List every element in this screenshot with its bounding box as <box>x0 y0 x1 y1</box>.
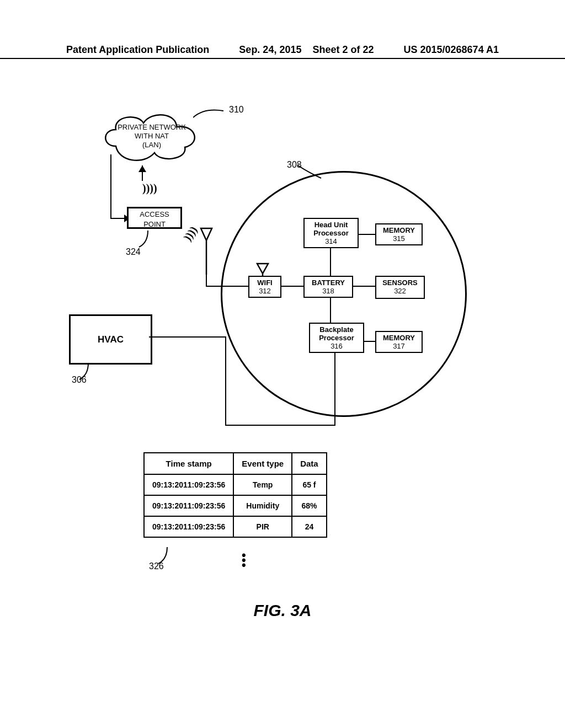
connector <box>225 336 226 425</box>
connector <box>353 286 375 287</box>
ap-ref: 324 <box>126 247 141 257</box>
connector <box>225 425 335 426</box>
cloud-ref-leader <box>193 108 226 121</box>
hu-l1: Head Unit <box>315 221 348 229</box>
memory-315-block: MEMORY 315 <box>375 223 423 245</box>
cloud-ref: 310 <box>229 105 244 115</box>
table-row: 09:13:2011:09:23:56 PIR 24 <box>144 516 327 537</box>
connector <box>149 336 226 338</box>
connector <box>334 353 335 426</box>
table-row: 09:13:2011:09:23:56 Humidity 68% <box>144 495 327 516</box>
hu-l3: 314 <box>325 237 337 245</box>
hvac-ref: 306 <box>72 375 87 385</box>
mem2-l2: 317 <box>393 342 405 350</box>
hvac-label: HVAC <box>98 334 124 345</box>
header-publication: Patent Application Publication <box>66 44 209 56</box>
cloud-private-network: PRIVATE NETWORK WITH NAT (LAN) <box>99 108 204 168</box>
cell: 09:13:2011:09:23:56 <box>144 474 233 495</box>
bp-l3: 316 <box>331 342 343 350</box>
bp-l1: Backplate <box>319 325 353 334</box>
cell: PIR <box>233 516 292 537</box>
header-sheet: Sheet 2 of 22 <box>312 44 374 55</box>
ap-line1: ACCESS <box>140 210 169 218</box>
connector <box>206 286 248 287</box>
arrow-icon <box>138 165 146 172</box>
sensors-l2: 322 <box>394 287 406 295</box>
ap-antenna-icon <box>128 181 141 208</box>
wifi-block: WIFI 312 <box>248 276 281 298</box>
connector <box>206 275 207 287</box>
circle-ref-leader <box>298 163 326 179</box>
mem1-l1: MEMORY <box>383 226 415 234</box>
th-eventtype: Event type <box>233 453 292 474</box>
hu-l2: Processor <box>313 229 349 237</box>
th-timestamp: Time stamp <box>144 453 233 474</box>
battery-block: BATTERY 318 <box>303 276 353 298</box>
ap-ref-leader <box>138 231 154 249</box>
table-row: 09:13:2011:09:23:56 Temp 65 f <box>144 474 327 495</box>
table-header-row: Time stamp Event type Data <box>144 453 327 474</box>
cloud-line2: WITH NAT <box>135 132 169 140</box>
sensors-block: SENSORS 322 <box>375 276 425 299</box>
cell: 68% <box>292 495 327 516</box>
mem1-l2: 315 <box>393 234 405 243</box>
connector <box>281 286 303 287</box>
header-date: Sep. 24, 2015 <box>239 44 301 55</box>
cell: 65 f <box>292 474 327 495</box>
figure-diagram: PRIVATE NETWORK WITH NAT (LAN) 310 )))) … <box>0 99 565 596</box>
cell: 09:13:2011:09:23:56 <box>144 516 233 537</box>
cell: 24 <box>292 516 327 537</box>
connector <box>364 341 375 342</box>
mem2-l1: MEMORY <box>383 334 415 342</box>
connector <box>110 154 111 218</box>
header-pubno: US 2015/0268674 A1 <box>404 44 499 56</box>
wifi-l2: 312 <box>259 287 271 295</box>
backplate-processor-block: Backplate Processor 316 <box>309 323 364 353</box>
connector <box>330 248 331 276</box>
radio-waves-icon: )))) <box>142 182 157 195</box>
cell: Temp <box>233 474 292 495</box>
memory-317-block: MEMORY 317 <box>375 331 423 353</box>
cell: 09:13:2011:09:23:56 <box>144 495 233 516</box>
wifi-antenna-icon <box>199 226 214 278</box>
cloud-line1: PRIVATE NETWORK <box>118 123 186 131</box>
batt-l1: BATTERY <box>312 279 345 287</box>
connector <box>359 234 375 235</box>
circle-ref: 308 <box>287 160 302 170</box>
radio-waves-icon: )))) <box>181 224 200 243</box>
vertical-ellipsis-icon: ••• <box>242 553 246 568</box>
sensors-l1: SENSORS <box>382 279 418 287</box>
batt-l2: 318 <box>322 287 334 295</box>
bp-l2: Processor <box>319 334 354 342</box>
page-header: Patent Application Publication Sep. 24, … <box>0 44 565 59</box>
cell: Humidity <box>233 495 292 516</box>
hvac-block: HVAC <box>69 314 152 365</box>
cloud-line3: (LAN) <box>142 141 161 149</box>
access-point-block: ACCESS POINT <box>127 207 182 229</box>
event-log-table: Time stamp Event type Data 09:13:2011:09… <box>143 452 327 538</box>
figure-label: FIG. 3A <box>0 601 565 620</box>
wifi-l1: WIFI <box>257 279 272 287</box>
th-data: Data <box>292 453 327 474</box>
table-ref: 326 <box>149 561 164 571</box>
ap-line2: POINT <box>143 220 166 228</box>
connector <box>330 298 331 323</box>
head-unit-processor-block: Head Unit Processor 314 <box>303 218 359 248</box>
